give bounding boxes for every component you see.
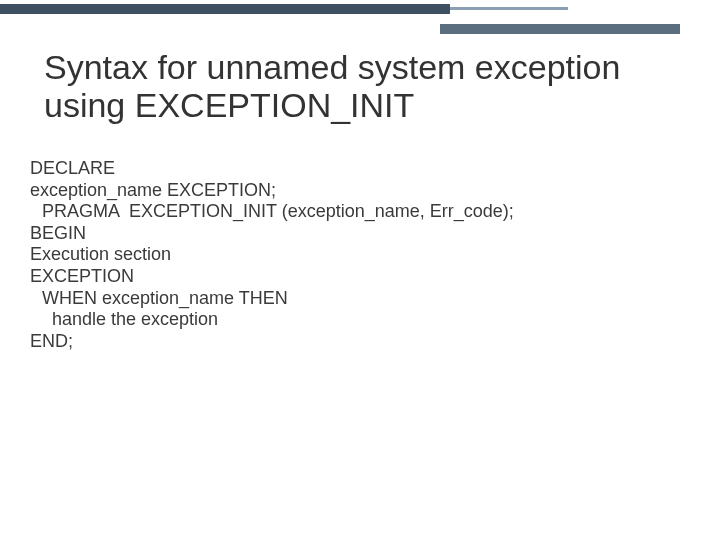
- bar-segment-right: [440, 24, 680, 34]
- top-decorative-bar: [0, 0, 720, 24]
- code-line: Execution section: [30, 244, 690, 266]
- code-line: BEGIN: [30, 223, 690, 245]
- code-line: WHEN exception_name THEN: [30, 288, 690, 310]
- code-line: handle the exception: [30, 309, 690, 331]
- code-line: DECLARE: [30, 158, 690, 180]
- code-line: END;: [30, 331, 690, 353]
- bar-segment-dark: [0, 4, 450, 14]
- slide-title: Syntax for unnamed system exception usin…: [44, 48, 676, 124]
- code-block: DECLARE exception_name EXCEPTION; PRAGMA…: [30, 158, 690, 352]
- slide: Syntax for unnamed system exception usin…: [0, 0, 720, 540]
- code-line: EXCEPTION: [30, 266, 690, 288]
- code-line: exception_name EXCEPTION;: [30, 180, 690, 202]
- bar-segment-thin: [450, 7, 568, 10]
- code-line: PRAGMA EXCEPTION_INIT (exception_name, E…: [30, 201, 690, 223]
